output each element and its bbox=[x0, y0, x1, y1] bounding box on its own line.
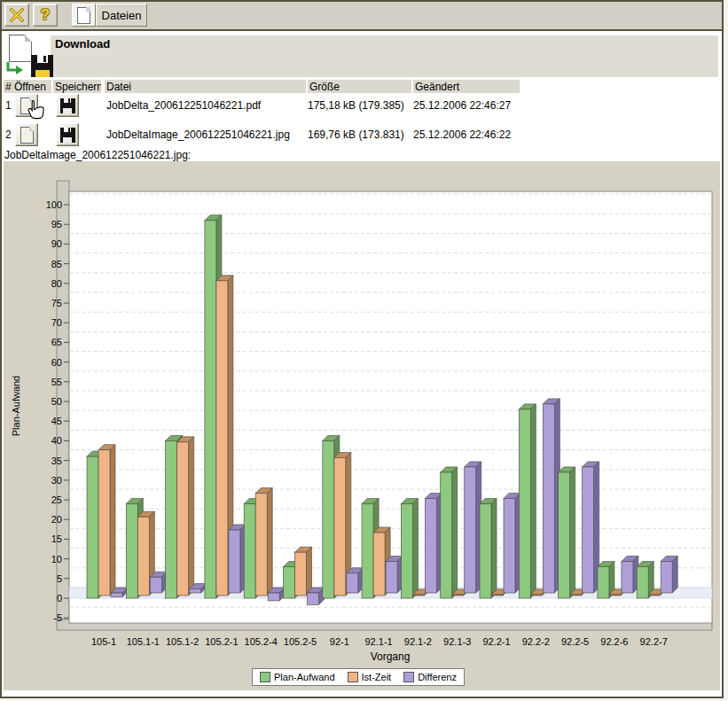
chart-legend: Plan-AufwandIst-ZeitDifferenz bbox=[252, 668, 465, 686]
column-header-groesse: Größe bbox=[308, 80, 411, 93]
image-label: JobDeltaImage_200612251046221.jpg: bbox=[4, 149, 191, 161]
file-modified: 25.12.2006 22:46:22 bbox=[413, 129, 511, 141]
floppy-icon bbox=[60, 128, 75, 143]
close-icon bbox=[9, 7, 25, 23]
row-number: 2 bbox=[5, 129, 12, 141]
svg-text:70: 70 bbox=[51, 317, 62, 328]
legend-label: Ist-Zeit bbox=[362, 672, 392, 682]
column-header-speichern: Speichern bbox=[53, 80, 101, 93]
save-file-button-2[interactable] bbox=[56, 123, 79, 146]
row-number: 1 bbox=[5, 99, 12, 112]
window-outside bbox=[724, 0, 728, 701]
save-file-button-1[interactable] bbox=[56, 94, 79, 117]
svg-text:92.2-7: 92.2-7 bbox=[640, 636, 668, 647]
legend-swatch bbox=[403, 672, 414, 682]
svg-text:65: 65 bbox=[51, 337, 62, 347]
column-header-datei: Datei bbox=[105, 80, 306, 93]
svg-text:92.2-1: 92.2-1 bbox=[482, 636, 510, 647]
legend-swatch bbox=[348, 672, 358, 682]
tab-dateien-label: Dateien bbox=[96, 4, 147, 27]
svg-text:-5: -5 bbox=[53, 612, 62, 623]
chart-image: -505101520253035404550556065707580859095… bbox=[4, 161, 720, 690]
svg-text:40: 40 bbox=[51, 435, 62, 446]
svg-text:50: 50 bbox=[51, 396, 62, 407]
floppy-icon bbox=[60, 98, 75, 113]
svg-text:0: 0 bbox=[57, 593, 62, 604]
column-header-geaendert: Geändert bbox=[413, 80, 520, 93]
svg-text:80: 80 bbox=[51, 278, 62, 289]
close-button[interactable] bbox=[4, 4, 29, 27]
svg-text:75: 75 bbox=[51, 298, 62, 308]
svg-text:105-1: 105-1 bbox=[91, 636, 116, 647]
toolbar: ? Dateien bbox=[2, 2, 722, 31]
save-icon bbox=[31, 55, 53, 77]
x-axis-title: Vorgang bbox=[371, 650, 411, 663]
svg-text:45: 45 bbox=[51, 416, 62, 426]
open-file-button-2[interactable] bbox=[15, 123, 38, 146]
svg-text:15: 15 bbox=[51, 534, 62, 544]
svg-text:85: 85 bbox=[51, 259, 62, 269]
svg-text:20: 20 bbox=[51, 514, 62, 525]
svg-text:105.1-2: 105.1-2 bbox=[166, 636, 199, 647]
open-icon bbox=[20, 127, 34, 144]
download-header-band bbox=[51, 35, 718, 77]
svg-text:92.1-1: 92.1-1 bbox=[364, 636, 392, 647]
svg-text:60: 60 bbox=[51, 357, 62, 368]
column-header-oeffnen: # Öffnen bbox=[4, 80, 51, 93]
export-arrow-icon bbox=[5, 62, 24, 77]
svg-text:90: 90 bbox=[51, 238, 62, 249]
svg-text:30: 30 bbox=[51, 475, 62, 486]
file-size: 175,18 kB (179.385) bbox=[308, 99, 404, 112]
y-axis-title: Plan-Aufwand bbox=[11, 370, 21, 441]
legend-label: Plan-Aufwand bbox=[274, 672, 335, 682]
app-window: ? Dateien Download # Öffnen Speichern Da… bbox=[0, 0, 724, 698]
svg-text:10: 10 bbox=[51, 554, 62, 565]
page-icon bbox=[9, 35, 32, 62]
svg-text:92-1: 92-1 bbox=[330, 636, 349, 647]
svg-text:92.2-2: 92.2-2 bbox=[522, 636, 550, 647]
svg-text:105.1-1: 105.1-1 bbox=[127, 636, 160, 647]
page-title: Download bbox=[55, 37, 110, 51]
legend-swatch bbox=[260, 672, 270, 682]
svg-text:5: 5 bbox=[57, 573, 62, 584]
legend-item: Differenz bbox=[403, 672, 457, 682]
svg-text:92.2-5: 92.2-5 bbox=[561, 636, 589, 647]
file-size: 169,76 kB (173.831) bbox=[308, 129, 404, 141]
svg-text:105.2-5: 105.2-5 bbox=[284, 636, 317, 647]
document-icon bbox=[77, 7, 90, 24]
legend-item: Plan-Aufwand bbox=[260, 672, 335, 682]
svg-text:55: 55 bbox=[51, 377, 62, 387]
tab-dateien[interactable]: Dateien bbox=[72, 4, 147, 27]
svg-text:100: 100 bbox=[46, 199, 62, 210]
help-button[interactable]: ? bbox=[33, 4, 58, 27]
svg-text:105.2-1: 105.2-1 bbox=[205, 636, 238, 647]
svg-text:92.2-6: 92.2-6 bbox=[600, 636, 628, 647]
svg-text:105.2-4: 105.2-4 bbox=[245, 636, 278, 647]
svg-text:92.1-3: 92.1-3 bbox=[443, 636, 471, 647]
open-file-button-1[interactable] bbox=[15, 94, 38, 117]
svg-text:25: 25 bbox=[51, 495, 62, 505]
svg-text:95: 95 bbox=[51, 219, 62, 230]
svg-text:92.1-2: 92.1-2 bbox=[404, 636, 432, 647]
file-name: JobDeltaImage_200612251046221.jpg bbox=[106, 129, 290, 141]
help-icon: ? bbox=[41, 6, 50, 24]
legend-label: Differenz bbox=[418, 672, 457, 682]
file-modified: 25.12.2006 22:46:27 bbox=[413, 99, 511, 112]
file-name: JobDelta_200612251046221.pdf bbox=[106, 99, 261, 112]
svg-text:35: 35 bbox=[51, 456, 62, 466]
open-icon bbox=[20, 97, 34, 114]
legend-item: Ist-Zeit bbox=[348, 672, 392, 682]
